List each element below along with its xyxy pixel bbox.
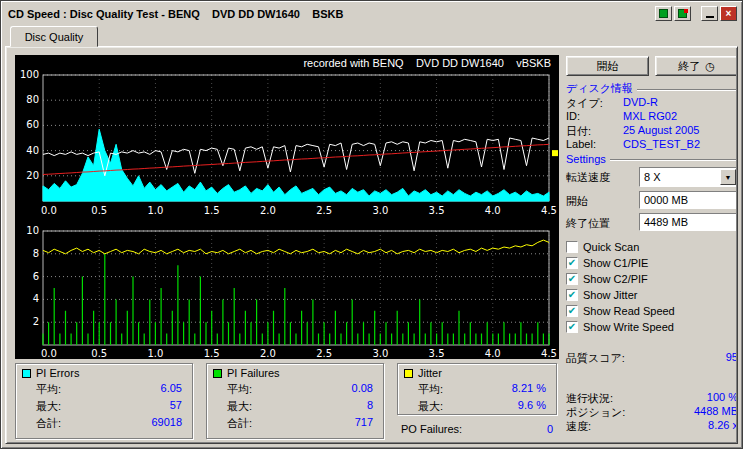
minimize-button[interactable] xyxy=(701,6,718,21)
tab-label: Disc Quality xyxy=(25,31,84,43)
titlebar-buttons: × xyxy=(655,6,739,21)
close-icon: × xyxy=(726,9,732,19)
green-square-red-dot-icon-button[interactable] xyxy=(674,6,691,21)
tab-panel xyxy=(5,46,738,444)
green-square-icon-button[interactable] xyxy=(655,6,672,21)
window-title: CD Speed : Disc Quality Test - BENQ DVD … xyxy=(4,8,343,20)
close-button[interactable]: × xyxy=(720,6,737,21)
green-square-icon xyxy=(659,9,668,18)
minimize-icon xyxy=(706,16,714,18)
cd-speed-window: CD Speed : Disc Quality Test - BENQ DVD … xyxy=(0,0,743,449)
red-dot-icon xyxy=(684,9,688,13)
tab-disc-quality[interactable]: Disc Quality xyxy=(10,26,98,47)
titlebar: CD Speed : Disc Quality Test - BENQ DVD … xyxy=(4,4,739,23)
